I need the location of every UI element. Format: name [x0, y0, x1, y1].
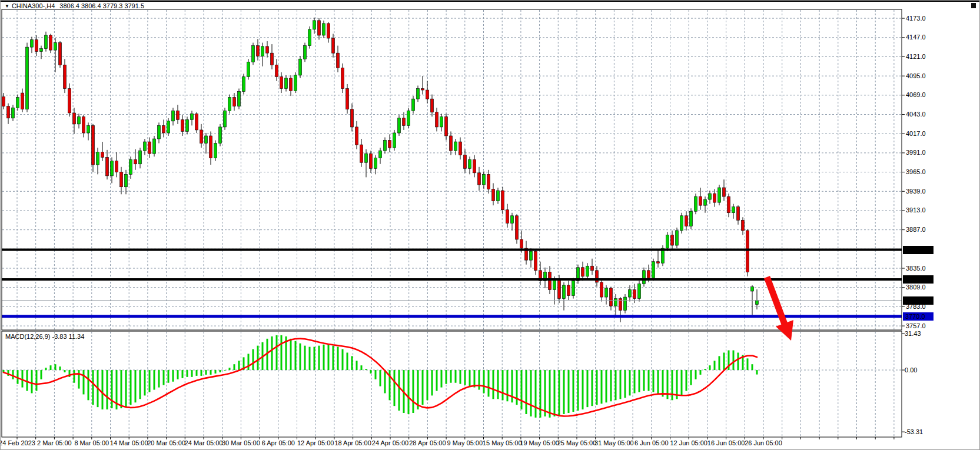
date-tick-label[interactable]: 16 Jun 05:00 — [707, 439, 745, 446]
date-tick-label[interactable]: 12 Jun 05:00 — [670, 439, 707, 446]
macd-tick-label: -53.31 — [905, 428, 923, 435]
price-tick-label: 4121.0 — [906, 53, 926, 60]
date-tick-label[interactable]: 26 Jun 05:00 — [745, 439, 782, 446]
date-tick-label[interactable]: 12 Apr 05:00 — [297, 439, 334, 446]
date-tick-label[interactable]: 24 Mar 05:00 — [185, 439, 223, 446]
price-tick-label: 3887.0 — [906, 226, 926, 233]
price-badge-3820.0: 3820.0 — [903, 275, 934, 284]
price-badge-3770.0: 3770.0 — [903, 312, 934, 321]
price-tick-label: 3991.0 — [906, 149, 926, 156]
price-tick-label: 4173.0 — [906, 15, 926, 22]
window-corner-mark — [971, 3, 976, 8]
date-tick-label[interactable]: 2 Mar 05:00 — [37, 439, 72, 446]
price-tick-label: 3809.0 — [906, 284, 926, 291]
macd-tick-label: 31.43 — [905, 330, 921, 337]
price-tick-label: 3913.0 — [906, 206, 926, 214]
price-tick-label: 4043.0 — [906, 111, 926, 118]
date-tick-label[interactable]: 30 Mar 05:00 — [222, 439, 260, 446]
price-tick-label: 3835.0 — [906, 265, 926, 272]
date-tick-label[interactable]: 20 Mar 05:00 — [147, 439, 185, 446]
date-tick-label[interactable]: 15 May 05:00 — [483, 439, 522, 446]
price-tick-label: 4095.0 — [906, 72, 926, 79]
macd-indicator-label: MACD(12,26,9) -3.83 11.34 — [5, 333, 84, 340]
date-tick-label[interactable]: 6 Jun 05:00 — [634, 439, 669, 446]
price-tick-label: 4069.0 — [906, 91, 926, 98]
date-tick-label[interactable]: 6 Apr 05:00 — [262, 439, 295, 446]
price-badge-3791.5: 3791.5 — [903, 296, 934, 305]
date-tick-label[interactable]: 25 May 05:00 — [557, 439, 597, 446]
date-tick-label[interactable]: 24 Apr 05:00 — [372, 439, 408, 446]
dropdown-arrow-icon[interactable]: ▼ — [5, 4, 9, 9]
macd-histogram — [3, 335, 758, 418]
date-tick-label[interactable]: 31 May 05:00 — [594, 439, 634, 446]
price-tick-label: 4017.0 — [906, 130, 926, 137]
price-tick-label: 3939.0 — [906, 188, 926, 195]
ohlc-values: 3806.4 3806.4 3779.3 3791.5 — [59, 2, 144, 9]
date-tick-label[interactable]: 24 Feb 2023 — [0, 439, 35, 446]
date-tick-label[interactable]: 19 May 05:00 — [520, 439, 559, 446]
date-tick-label[interactable]: 14 Mar 05:00 — [110, 439, 148, 446]
date-tick-label[interactable]: 8 Mar 05:00 — [74, 439, 109, 446]
chart-canvas[interactable] — [1, 1, 980, 450]
macd-tick-label: 0.00 — [905, 366, 917, 374]
price-tick-label: 3757.0 — [906, 322, 926, 329]
date-tick-label[interactable]: 28 Apr 05:00 — [409, 439, 446, 446]
date-tick-label[interactable]: 9 May 05:00 — [447, 439, 483, 446]
price-tick-label: 4147.0 — [906, 34, 926, 41]
chart-title: ▼CHINA300-,H43806.4 3806.4 3779.3 3791.5 — [5, 2, 144, 9]
price-badge-3860.0: 3860.0 — [903, 246, 934, 254]
candlesticks — [2, 18, 759, 322]
chart-window: ▼CHINA300-,H43806.4 3806.4 3779.3 3791.5… — [0, 0, 980, 450]
symbol-timeframe: CHINA300-,H4 — [12, 2, 55, 9]
date-tick-label[interactable]: 18 Apr 05:00 — [334, 439, 371, 446]
price-tick-label: 3965.0 — [906, 168, 926, 175]
